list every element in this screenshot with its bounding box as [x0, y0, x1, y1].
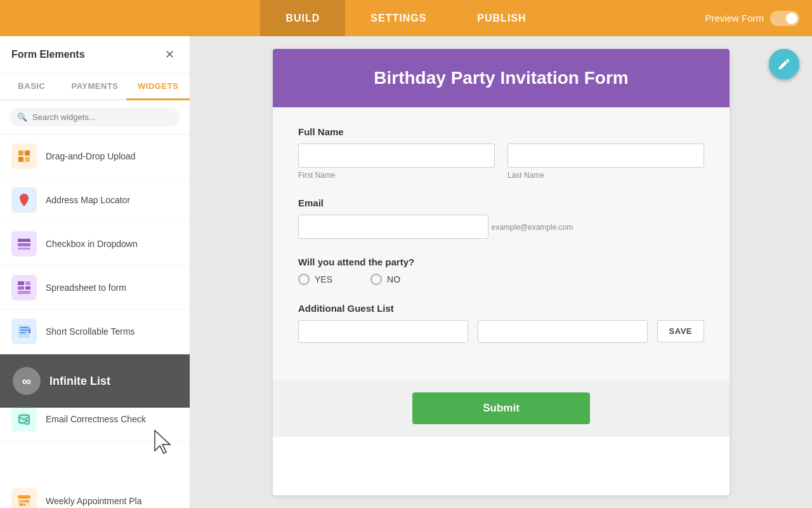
no-radio[interactable] — [370, 274, 382, 285]
sidebar-header: Form Elements ✕ — [0, 36, 190, 74]
svg-rect-17 — [29, 328, 30, 333]
last-name-group: Last Name — [508, 144, 704, 180]
form-area: Birthday Party Invitation Form Full Name… — [190, 36, 812, 508]
widget-name: Spreadsheet to form — [46, 283, 126, 293]
svg-rect-14 — [20, 327, 29, 328]
address-map-icon — [11, 187, 37, 213]
attend-section: Will you attend the party? YES NO — [298, 257, 704, 285]
list-item[interactable]: Spreadsheet to form — [0, 266, 190, 310]
email-sublabel: example@example.com — [491, 223, 573, 232]
tab-basic[interactable]: BASIC — [0, 74, 63, 99]
main-content: Form Elements ✕ BASIC PAYMENTS WIDGETS 🔍 — [0, 36, 812, 508]
sidebar: Form Elements ✕ BASIC PAYMENTS WIDGETS 🔍 — [0, 36, 190, 508]
widget-name: Short Scrollable Terms — [46, 326, 135, 337]
svg-rect-7 — [18, 248, 30, 250]
svg-rect-27 — [20, 500, 22, 502]
guest-inputs-row: SAVE — [298, 320, 704, 343]
search-box: 🔍 — [0, 100, 190, 135]
search-input[interactable] — [32, 112, 173, 122]
list-item[interactable]: Checkbox in Dropdown — [0, 222, 190, 266]
svg-rect-10 — [18, 286, 24, 290]
tab-build[interactable]: BUILD — [260, 0, 345, 36]
attend-no-option[interactable]: NO — [370, 274, 400, 285]
guest-label: Additional Guest List — [298, 303, 704, 314]
svg-rect-9 — [25, 281, 30, 285]
svg-rect-26 — [18, 495, 30, 498]
tab-settings[interactable]: SETTINGS — [345, 0, 452, 36]
widget-name: Drag-and-Drop Upload — [46, 151, 136, 161]
list-item[interactable]: Address Map Locator — [0, 178, 190, 222]
attend-yes-option[interactable]: YES — [298, 274, 332, 285]
full-name-label: Full Name — [298, 126, 704, 137]
list-item[interactable]: Drag-and-Drop Upload — [0, 135, 190, 178]
submit-row: Submit — [273, 380, 730, 437]
widget-name: Infinite List — [46, 455, 88, 465]
list-item[interactable]: Weekly Appointment Pla — [0, 479, 190, 508]
yes-radio[interactable] — [298, 274, 310, 285]
full-name-row: First Name Last Name — [298, 144, 704, 180]
widget-name: Email Correctness Check — [46, 414, 146, 424]
infinite-list-tooltip[interactable]: ∞ Infinite List — [0, 354, 190, 408]
widget-name: Checkbox in Dropdown — [46, 239, 138, 249]
full-name-section: Full Name First Name Last Name — [298, 126, 704, 180]
yes-label: YES — [315, 274, 332, 284]
submit-button[interactable]: Submit — [412, 392, 590, 424]
svg-rect-5 — [18, 239, 30, 242]
email-label: Email — [298, 197, 704, 208]
drag-drop-icon — [11, 144, 37, 169]
no-label: NO — [387, 274, 400, 284]
checkbox-dropdown-icon — [11, 231, 37, 257]
form-title: Birthday Party Invitation Form — [285, 68, 717, 88]
close-button[interactable]: ✕ — [160, 46, 178, 64]
preview-section: Preview Form — [705, 11, 812, 26]
preview-label: Preview Form — [705, 13, 764, 23]
infinite-list-tooltip-icon: ∞ — [13, 367, 41, 395]
svg-rect-28 — [23, 500, 25, 502]
attend-label: Will you attend the party? — [298, 257, 704, 267]
svg-rect-11 — [25, 286, 30, 290]
first-name-input[interactable] — [298, 144, 495, 168]
tab-payments[interactable]: PAYMENTS — [63, 74, 127, 99]
sidebar-tabs: BASIC PAYMENTS WIDGETS — [0, 74, 190, 100]
email-check-icon — [11, 406, 37, 432]
spreadsheet-icon — [11, 275, 37, 300]
svg-rect-1 — [25, 150, 30, 156]
top-navigation: BUILD SETTINGS PUBLISH Preview Form — [0, 0, 812, 36]
preview-toggle[interactable] — [770, 11, 799, 26]
list-item[interactable]: Short Scrollable Terms — [0, 310, 190, 354]
svg-rect-15 — [20, 330, 29, 331]
svg-rect-29 — [26, 500, 29, 502]
form-header: Birthday Party Invitation Form — [273, 49, 730, 107]
widget-name: Weekly Appointment Pla — [46, 496, 142, 506]
form-container: Birthday Party Invitation Form Full Name… — [273, 49, 730, 495]
search-wrapper: 🔍 — [10, 108, 180, 126]
last-name-input[interactable] — [508, 144, 704, 168]
widget-list: Drag-and-Drop Upload Address Map Locator — [0, 135, 190, 508]
first-name-sublabel: First Name — [298, 171, 495, 180]
svg-rect-12 — [18, 291, 30, 294]
guest-list-section: Additional Guest List SAVE — [298, 303, 704, 343]
email-input[interactable] — [298, 215, 488, 239]
svg-rect-3 — [25, 157, 30, 162]
svg-rect-30 — [20, 504, 22, 505]
tab-publish[interactable]: PUBLISH — [452, 0, 551, 36]
guest-input-1[interactable] — [298, 320, 468, 343]
tab-widgets[interactable]: WIDGETS — [126, 74, 190, 100]
save-button[interactable]: SAVE — [657, 320, 704, 342]
scrollable-terms-icon — [11, 319, 37, 344]
svg-rect-31 — [23, 504, 25, 505]
last-name-sublabel: Last Name — [508, 171, 704, 180]
widget-name: Address Map Locator — [46, 195, 130, 205]
first-name-group: First Name — [298, 144, 495, 180]
attend-options: YES NO — [298, 274, 704, 285]
weekly-appt-icon — [11, 488, 37, 508]
svg-rect-8 — [18, 281, 24, 285]
sidebar-title: Form Elements — [11, 49, 85, 60]
email-section: Email example@example.com — [298, 197, 704, 239]
nav-tabs: BUILD SETTINGS PUBLISH — [0, 0, 812, 36]
guest-input-2[interactable] — [478, 320, 648, 343]
infinite-list-icon: ∞ — [11, 448, 37, 473]
edit-fab-button[interactable] — [769, 49, 799, 79]
svg-rect-0 — [18, 150, 23, 156]
svg-rect-2 — [18, 157, 23, 162]
